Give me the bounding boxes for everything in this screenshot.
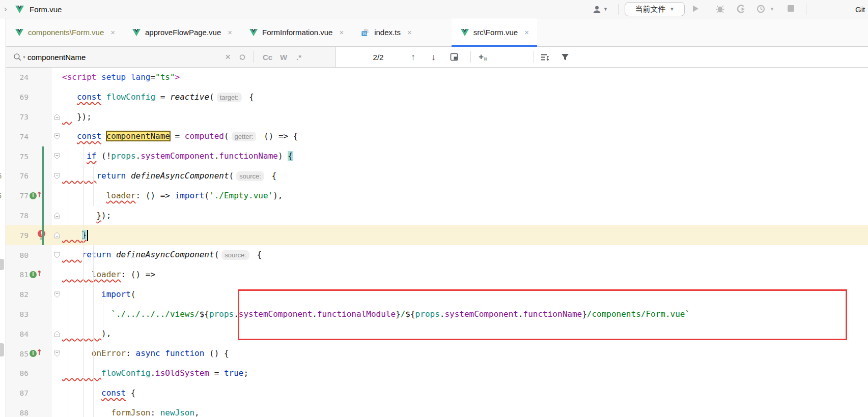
words-toggle[interactable]: W bbox=[280, 47, 287, 67]
divider bbox=[470, 51, 471, 63]
annotation-red-box bbox=[238, 289, 847, 340]
code-text[interactable]: const { bbox=[62, 383, 136, 403]
code-line[interactable]: 73 }); bbox=[6, 107, 868, 127]
code-text[interactable]: if (!props.systemComponent.functionName)… bbox=[62, 146, 293, 166]
code-text[interactable]: } bbox=[62, 225, 88, 245]
fold-marker-icon[interactable] bbox=[52, 344, 62, 364]
fold-marker-icon[interactable] bbox=[52, 166, 62, 186]
code-text[interactable]: import( bbox=[62, 285, 136, 305]
code-token: ${ bbox=[200, 309, 209, 319]
close-icon[interactable]: × bbox=[228, 28, 232, 37]
code-text[interactable]: const flowConfig = reactive(target: { bbox=[62, 87, 254, 107]
code-text[interactable]: loader: () => bbox=[62, 265, 155, 285]
code-editor[interactable]: 24<script setup lang="ts">69 const flowC… bbox=[6, 68, 868, 417]
code-line[interactable]: 24<script setup lang="ts"> bbox=[6, 68, 868, 87]
code-line[interactable]: 88 formJson: newJson, bbox=[6, 403, 868, 417]
code-text[interactable]: return defineAsyncComponent(source: { bbox=[62, 245, 262, 265]
code-text[interactable]: flowConfig.isOldSystem = true; bbox=[62, 364, 248, 383]
clear-search-icon[interactable]: × bbox=[225, 47, 231, 67]
fold-marker-icon[interactable] bbox=[52, 324, 62, 344]
vcs-change-marker[interactable] bbox=[42, 166, 44, 186]
implemented-marker-icon[interactable]: I bbox=[30, 192, 37, 199]
close-icon[interactable]: × bbox=[524, 28, 529, 37]
code-line[interactable]: 75 if (!props.systemComponent.functionNa… bbox=[6, 146, 868, 166]
code-text[interactable]: }); bbox=[62, 107, 92, 127]
run-configuration-select[interactable]: 当前文件 ▼ bbox=[625, 2, 685, 16]
code-text[interactable]: }); bbox=[62, 206, 111, 226]
code-text[interactable]: return defineAsyncComponent(source: { bbox=[62, 166, 276, 186]
chevron-down-icon[interactable]: ▼ bbox=[770, 0, 774, 18]
title-bar: › Form.vue ▼ 当前文件 ▼ ▼ bbox=[0, 0, 868, 18]
add-occurrence-button[interactable]: +II bbox=[479, 47, 868, 67]
tab-approveflowpage-vue[interactable]: approveFlowPage.vue × bbox=[123, 18, 240, 46]
fold-marker-icon[interactable] bbox=[52, 245, 62, 265]
git-toolbar-label[interactable]: Git bbox=[855, 0, 865, 18]
fold-marker-icon[interactable] bbox=[52, 285, 62, 305]
match-case-toggle[interactable]: Cc bbox=[263, 47, 272, 67]
search-history-icon[interactable] bbox=[238, 47, 247, 67]
code-text[interactable]: <script setup lang="ts"> bbox=[62, 68, 180, 87]
code-token: }); bbox=[72, 112, 92, 122]
gutter: 82 bbox=[6, 285, 52, 305]
code-line[interactable]: 81I↑ loader: () => bbox=[6, 265, 868, 285]
tab-forminformation-vue[interactable]: FormInformation.vue × bbox=[240, 18, 352, 46]
implemented-marker-icon[interactable]: I bbox=[30, 350, 37, 357]
open-in-find-window-icon[interactable] bbox=[450, 47, 458, 67]
search-icon[interactable]: ▼ bbox=[13, 47, 26, 67]
vcs-change-marker[interactable] bbox=[42, 186, 44, 206]
code-text[interactable]: formJson: newJson, bbox=[62, 403, 200, 417]
stop-icon[interactable] bbox=[787, 5, 796, 14]
code-token: setup bbox=[101, 72, 126, 82]
previous-occurrence-icon[interactable]: ↑ bbox=[411, 47, 415, 67]
regex-toggle[interactable]: .* bbox=[296, 47, 301, 67]
fold-marker-icon[interactable] bbox=[52, 127, 62, 146]
code-line[interactable]: 69 const flowConfig = reactive(target: { bbox=[6, 87, 868, 107]
code-line[interactable]: 87 const { bbox=[6, 383, 868, 403]
code-line[interactable]: 74 const componentName = computed(getter… bbox=[6, 127, 868, 146]
fold-marker-icon[interactable] bbox=[52, 206, 62, 226]
code-text[interactable]: loader: () => import('./Empty.vue'), bbox=[62, 186, 283, 206]
code-text[interactable]: ), bbox=[62, 324, 111, 344]
next-occurrence-icon[interactable]: ↓ bbox=[431, 47, 436, 67]
profiler-icon[interactable] bbox=[737, 5, 746, 14]
filter-funnel-icon[interactable] bbox=[561, 47, 569, 67]
vcs-change-marker[interactable] bbox=[42, 206, 44, 226]
arrow-up-icon: ↑ bbox=[36, 348, 43, 357]
code-token: import bbox=[175, 191, 205, 200]
close-icon[interactable]: × bbox=[339, 28, 344, 37]
clipped-pane-fragment bbox=[0, 343, 4, 356]
code-line[interactable]: 77I↑ loader: () => import('./Empty.vue')… bbox=[6, 186, 868, 206]
search-filter-lines-icon[interactable] bbox=[541, 47, 550, 67]
code-token: ) bbox=[278, 151, 288, 161]
code-line[interactable]: 79! } bbox=[6, 225, 868, 245]
vcs-change-marker[interactable] bbox=[42, 146, 44, 166]
debug-icon[interactable] bbox=[716, 5, 725, 14]
run-icon[interactable] bbox=[691, 5, 701, 14]
code-line[interactable]: 80 return defineAsyncComponent(source: { bbox=[6, 245, 868, 265]
search-field[interactable]: ▼ componentName × Cc W .* bbox=[6, 47, 336, 67]
vcs-change-marker[interactable] bbox=[42, 225, 44, 245]
close-icon[interactable]: × bbox=[407, 28, 412, 37]
tab-index-ts[interactable]: TS index.ts × bbox=[352, 18, 419, 46]
tab-src-form-vue[interactable]: src\Form.vue × bbox=[452, 18, 537, 46]
code-text[interactable]: onError: async function () { bbox=[62, 344, 229, 364]
implemented-marker-icon[interactable]: I bbox=[30, 271, 37, 278]
chevron-down-icon: ▼ bbox=[603, 7, 608, 12]
code-line[interactable]: 85I↑ onError: async function () { bbox=[6, 344, 868, 364]
code-token: flowConfig bbox=[101, 368, 150, 378]
fold-marker-icon[interactable] bbox=[52, 107, 62, 127]
fold-marker-icon[interactable] bbox=[52, 146, 62, 166]
code-line[interactable]: 86 flowConfig.isOldSystem = true; bbox=[6, 364, 868, 383]
editor-split-divider[interactable] bbox=[6, 18, 6, 417]
close-icon[interactable]: × bbox=[110, 28, 115, 37]
search-input[interactable]: componentName bbox=[27, 47, 86, 67]
code-line[interactable]: 76 return defineAsyncComponent(source: { bbox=[6, 166, 868, 186]
code-text[interactable]: const componentName = computed(getter: (… bbox=[62, 127, 298, 146]
code-token: ( bbox=[204, 191, 209, 200]
fold-marker-icon[interactable] bbox=[52, 225, 62, 245]
tab-components-form-vue[interactable]: components\Form.vue × bbox=[6, 18, 123, 46]
user-icon[interactable]: ▼ bbox=[592, 0, 608, 18]
code-line[interactable]: 78 }); bbox=[6, 206, 868, 226]
line-number: 87 bbox=[6, 389, 29, 397]
run-with-coverage-icon[interactable] bbox=[757, 5, 766, 14]
